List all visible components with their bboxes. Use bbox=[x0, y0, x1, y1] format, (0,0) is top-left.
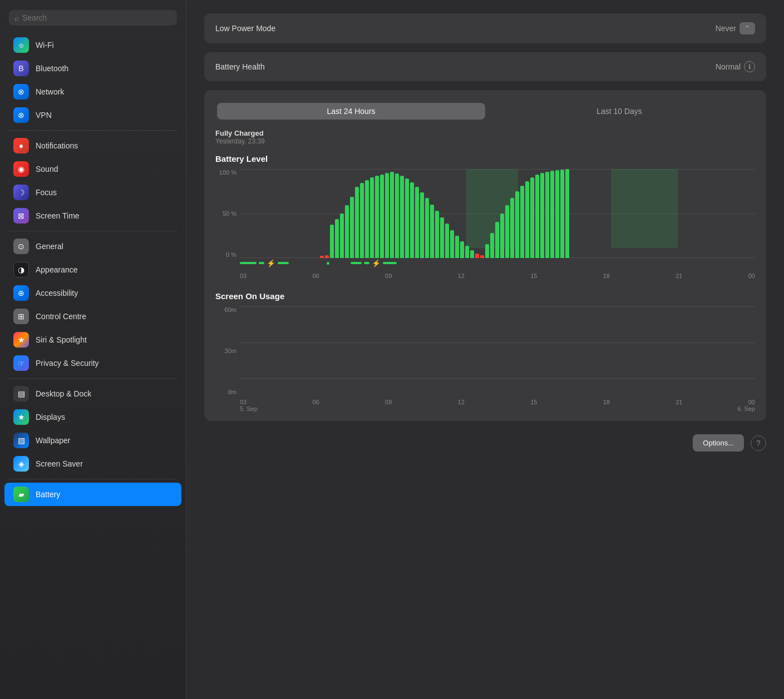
options-button[interactable]: Options... bbox=[693, 434, 744, 452]
sidebar-label-wifi: Wi-Fi bbox=[36, 41, 54, 49]
charging-dash bbox=[364, 262, 369, 264]
battery-bar bbox=[465, 246, 469, 258]
battery-health-info-button[interactable]: ℹ bbox=[744, 61, 755, 72]
battery-bar bbox=[375, 176, 379, 258]
sidebar-item-desktop[interactable]: ▤Desktop & Dock bbox=[4, 382, 181, 405]
battery-bar bbox=[490, 233, 494, 258]
sidebar-divider bbox=[9, 479, 177, 479]
battery-level-title: Battery Level bbox=[215, 154, 755, 163]
battery-health-value: Normal ℹ bbox=[716, 61, 755, 72]
battery-bar bbox=[385, 173, 389, 258]
battery-bar bbox=[380, 175, 384, 258]
sidebar-item-general[interactable]: ⊙General bbox=[4, 235, 181, 258]
usage-y-labels: 60m 30m 0m bbox=[215, 306, 240, 395]
sidebar-item-appearance[interactable]: ◑Appearance bbox=[4, 258, 181, 281]
screensaver-icon: ◈ bbox=[13, 456, 29, 472]
battery-health-label: Battery Health bbox=[215, 62, 265, 71]
battery-bar bbox=[350, 197, 354, 258]
notifications-icon: ● bbox=[13, 138, 29, 153]
sidebar-item-privacy[interactable]: ☞Privacy & Security bbox=[4, 351, 181, 375]
battery-bar bbox=[405, 179, 409, 258]
sidebar-label-screensaver: Screen Saver bbox=[36, 459, 83, 468]
date-end: 6. Sep bbox=[737, 405, 755, 412]
sidebar-item-focus[interactable]: ☽Focus bbox=[4, 181, 181, 204]
usage-x-labels: 03 06 09 12 15 18 21 00 bbox=[215, 399, 755, 405]
battery-bar bbox=[555, 170, 559, 258]
battery-health-row: Battery Health Normal ℹ bbox=[204, 52, 766, 81]
low-power-mode-row: Low Power Mode Never ⌃ bbox=[204, 13, 766, 43]
charging-dash bbox=[278, 262, 289, 264]
sidebar-label-controlcentre: Control Centre bbox=[36, 312, 86, 321]
displays-icon: ★ bbox=[13, 409, 29, 425]
date-start: 5. Sep bbox=[240, 405, 258, 412]
battery-bar bbox=[565, 169, 569, 258]
sidebar-item-wifi[interactable]: ⌾Wi-Fi bbox=[4, 33, 181, 57]
charging-dash bbox=[259, 262, 264, 264]
battery-bar bbox=[455, 236, 459, 258]
sidebar-label-notifications: Notifications bbox=[36, 141, 78, 150]
lightning-icon: ⚡ bbox=[267, 259, 275, 267]
sidebar-item-controlcentre[interactable]: ⊞Control Centre bbox=[4, 305, 181, 328]
battery-bar bbox=[450, 230, 454, 258]
sidebar-label-appearance: Appearance bbox=[36, 265, 78, 274]
sidebar-item-screensaver[interactable]: ◈Screen Saver bbox=[4, 452, 181, 475]
battery-bar bbox=[515, 191, 519, 258]
search-input[interactable] bbox=[22, 13, 171, 22]
battery-bar bbox=[325, 255, 329, 258]
battery-bar bbox=[390, 172, 394, 258]
sidebar-label-screentime: Screen Time bbox=[36, 211, 80, 220]
low-power-mode-stepper[interactable]: ⌃ bbox=[739, 22, 755, 34]
sidebar-item-notifications[interactable]: ●Notifications bbox=[4, 134, 181, 157]
privacy-icon: ☞ bbox=[13, 355, 29, 371]
search-bar[interactable]: ⌕ bbox=[9, 10, 177, 26]
sidebar-label-focus: Focus bbox=[36, 188, 57, 197]
battery-bars bbox=[240, 169, 755, 258]
tab-24h[interactable]: Last 24 Hours bbox=[217, 103, 485, 120]
network-icon: ⊗ bbox=[13, 84, 29, 100]
battery-bar bbox=[345, 205, 349, 258]
sidebar-item-wallpaper[interactable]: ▨Wallpaper bbox=[4, 429, 181, 452]
charging-dash bbox=[383, 262, 397, 264]
battery-bar bbox=[360, 183, 364, 258]
sidebar-item-accessibility[interactable]: ⊕Accessibility bbox=[4, 281, 181, 305]
sidebar-item-bluetooth[interactable]: BBluetooth bbox=[4, 57, 181, 80]
fully-charged-label: Fully Charged bbox=[215, 129, 755, 137]
sidebar-item-displays[interactable]: ★Displays bbox=[4, 405, 181, 429]
battery-bar bbox=[545, 172, 549, 258]
desktop-icon: ▤ bbox=[13, 386, 29, 401]
battery-bar bbox=[535, 175, 539, 258]
sidebar-item-siri[interactable]: ★Siri & Spotlight bbox=[4, 328, 181, 351]
charging-dash bbox=[240, 262, 257, 264]
battery-bar bbox=[525, 181, 529, 258]
sidebar-item-battery[interactable]: ▰Battery bbox=[4, 483, 181, 506]
battery-bar bbox=[560, 170, 564, 258]
low-power-mode-value[interactable]: Never ⌃ bbox=[716, 22, 755, 34]
usage-bars bbox=[240, 306, 755, 379]
bottom-row: Options... ? bbox=[204, 434, 766, 452]
screentime-icon: ⊠ bbox=[13, 208, 29, 224]
sidebar-label-siri: Siri & Spotlight bbox=[36, 335, 87, 344]
battery-bar bbox=[530, 177, 534, 258]
battery-chart-card: Last 24 Hours Last 10 Days Fully Charged… bbox=[204, 90, 766, 421]
time-range-tabs: Last 24 Hours Last 10 Days bbox=[215, 101, 755, 121]
sidebar-item-vpn[interactable]: ⊗VPN bbox=[4, 103, 181, 127]
controlcentre-icon: ⊞ bbox=[13, 309, 29, 324]
low-power-mode-label: Low Power Mode bbox=[215, 24, 275, 33]
help-button[interactable]: ? bbox=[751, 435, 766, 451]
battery-bar bbox=[475, 254, 479, 258]
battery-bar bbox=[505, 205, 509, 258]
date-labels: 5. Sep 6. Sep bbox=[215, 405, 755, 412]
sidebar-item-screentime[interactable]: ⊠Screen Time bbox=[4, 204, 181, 227]
search-icon: ⌕ bbox=[14, 14, 19, 22]
sidebar-item-sound[interactable]: ◉Sound bbox=[4, 157, 181, 181]
battery-bar bbox=[520, 186, 524, 258]
battery-bar bbox=[435, 211, 439, 258]
battery-bar bbox=[510, 198, 514, 258]
battery-bar bbox=[410, 182, 414, 258]
tab-10d[interactable]: Last 10 Days bbox=[485, 103, 753, 120]
main-content: Low Power Mode Never ⌃ Battery Health No… bbox=[186, 0, 784, 699]
battery-bar bbox=[330, 225, 334, 258]
sidebar-label-general: General bbox=[36, 242, 63, 251]
sidebar-item-network[interactable]: ⊗Network bbox=[4, 80, 181, 103]
wallpaper-icon: ▨ bbox=[13, 433, 29, 448]
